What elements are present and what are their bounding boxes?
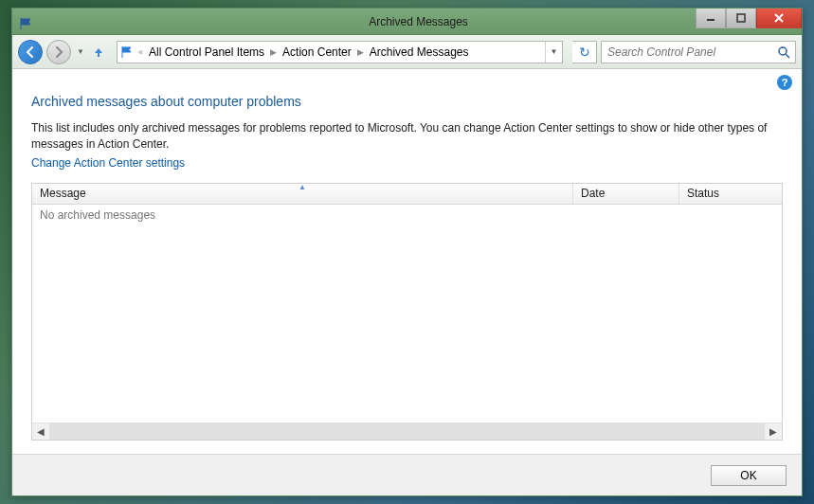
close-button[interactable] [756,9,802,28]
scroll-left-icon[interactable]: ◀ [32,426,49,437]
dialog-footer: OK [12,454,802,495]
page-heading: Archived messages about computer problem… [31,94,783,109]
column-header-status[interactable]: Status [679,184,782,204]
flag-icon [20,16,35,27]
help-icon[interactable]: ? [777,75,792,90]
messages-table: Message ▲ Date Status No archived messag… [31,183,783,441]
back-button[interactable] [18,40,43,64]
page-description: This list includes only archived message… [31,120,783,153]
scroll-right-icon[interactable]: ▶ [765,426,782,437]
svg-line-3 [786,54,789,58]
window-title: Archived Messages [35,15,802,28]
column-header-message[interactable]: Message ▲ [32,184,573,204]
search-box [601,41,796,63]
breadcrumb-item[interactable]: Action Center [279,45,355,59]
flag-icon [118,46,136,58]
sort-ascending-icon: ▲ [298,183,306,191]
change-settings-link[interactable]: Change Action Center settings [31,156,783,170]
empty-state-text: No archived messages [40,208,155,222]
content-area: ? Archived messages about computer probl… [12,69,802,454]
chevron-right-icon: ▶ [268,47,279,57]
ok-button[interactable]: OK [711,465,787,486]
scroll-track[interactable] [49,423,765,440]
address-dropdown[interactable]: ▼ [545,42,562,63]
overflow-chevron-icon[interactable]: « [136,47,145,57]
horizontal-scrollbar[interactable]: ◀ ▶ [32,423,782,440]
column-header-date[interactable]: Date [573,184,679,204]
address-bar[interactable]: « All Control Panel Items ▶ Action Cente… [117,41,563,63]
search-input[interactable] [602,45,772,59]
table-body: No archived messages [32,205,782,423]
archived-messages-window: Archived Messages ▼ « All Control Panel … [11,8,803,496]
recent-locations-dropdown[interactable]: ▼ [75,47,86,56]
svg-rect-1 [737,14,745,22]
chevron-right-icon: ▶ [355,47,366,57]
svg-point-2 [779,47,787,55]
up-button[interactable] [90,44,107,61]
minimize-button[interactable] [696,9,726,28]
breadcrumb: « All Control Panel Items ▶ Action Cente… [136,45,545,59]
refresh-button[interactable]: ↻ [572,41,597,63]
table-header: Message ▲ Date Status [32,184,782,205]
navigation-toolbar: ▼ « All Control Panel Items ▶ Action Cen… [12,35,802,69]
breadcrumb-item[interactable]: All Control Panel Items [145,45,268,59]
maximize-button[interactable] [726,9,756,28]
breadcrumb-item[interactable]: Archived Messages [366,45,473,59]
window-controls [696,9,802,28]
titlebar: Archived Messages [12,9,802,35]
forward-button[interactable] [46,40,71,64]
search-icon[interactable] [772,42,795,63]
